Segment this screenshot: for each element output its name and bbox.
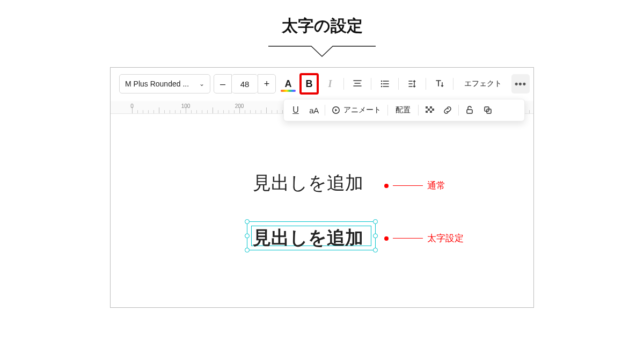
toolbar-separator [426, 78, 426, 90]
ruler-label: 200 [235, 103, 244, 109]
svg-rect-6 [428, 109, 430, 111]
popover-separator [325, 105, 325, 116]
placement-label-text: 配置 [396, 106, 411, 114]
underline-glyph: U [292, 105, 299, 115]
ruler-label: 0 [130, 103, 134, 109]
rainbow-underline-icon [281, 90, 296, 92]
selection-handle[interactable] [245, 234, 250, 239]
svg-point-2 [381, 86, 382, 87]
svg-point-0 [381, 81, 382, 82]
more-dots-icon: ••• [515, 78, 526, 90]
annotation-dot-icon [384, 236, 389, 241]
font-family-select[interactable]: M Plus Rounded ... ⌄ [119, 74, 210, 93]
effect-label: エフェクト [464, 79, 502, 89]
font-family-label: M Plus Rounded ... [125, 80, 189, 88]
bold-glyph: B [306, 78, 313, 90]
svg-rect-9 [430, 111, 432, 113]
chevron-down-icon: ⌄ [199, 80, 204, 88]
animate-icon [332, 106, 340, 114]
bold-button[interactable]: B [299, 73, 319, 95]
increase-size-button[interactable]: + [258, 74, 276, 93]
normal-text-sample[interactable]: 見出しを追加 [253, 171, 363, 196]
annotation-dot-icon [384, 184, 389, 188]
annotation-bold-label: 太字設定 [427, 232, 464, 244]
bold-text-sample[interactable]: 見出しを追加 [251, 226, 365, 250]
more-button[interactable]: ••• [511, 74, 530, 93]
toolbar-separator [371, 78, 371, 90]
selection-handle[interactable] [373, 234, 378, 239]
annotation-normal-label: 通常 [427, 179, 445, 192]
link-icon [443, 105, 452, 115]
underline-button[interactable]: U [287, 102, 304, 119]
toolbar-separator [453, 78, 453, 90]
popover-separator [387, 105, 388, 116]
expanded-options-popover: U aA アニメート 配置 [283, 99, 525, 121]
align-button[interactable] [348, 74, 367, 93]
toolbar-separator [343, 78, 344, 90]
placement-button[interactable]: 配置 [390, 105, 416, 115]
link-button[interactable] [439, 102, 456, 119]
list-button[interactable] [376, 74, 394, 93]
copy-button[interactable] [479, 102, 496, 119]
selection-handle[interactable] [373, 248, 378, 253]
svg-rect-8 [426, 111, 428, 113]
decrease-size-button[interactable]: – [214, 74, 232, 93]
annotation-line [393, 238, 423, 239]
copy-icon [483, 105, 493, 115]
selection-handle[interactable] [245, 248, 250, 253]
text-color-button[interactable]: A [279, 74, 297, 93]
italic-button[interactable]: I [321, 74, 339, 93]
lock-open-icon [465, 105, 474, 115]
popover-separator [418, 105, 419, 116]
selection-handle[interactable] [373, 219, 378, 224]
popover-separator [458, 105, 459, 116]
pointer-separator [0, 45, 644, 59]
letter-case-button[interactable]: aA [305, 102, 323, 119]
annotation-normal: 通常 [384, 179, 445, 192]
ruler-label: 100 [181, 103, 191, 109]
line-spacing-icon [407, 79, 417, 89]
animate-button[interactable]: アニメート [327, 105, 385, 115]
editor-frame: M Plus Rounded ... ⌄ – 48 + A B I [110, 67, 534, 308]
list-icon [380, 79, 390, 89]
align-center-icon [353, 79, 362, 89]
effect-button[interactable]: エフェクト [458, 74, 508, 93]
lock-button[interactable] [461, 102, 478, 119]
selection-handle[interactable] [245, 219, 250, 224]
font-size-value[interactable]: 48 [232, 74, 258, 93]
toolbar-separator [398, 78, 399, 90]
case-glyph: aA [309, 106, 318, 115]
svg-rect-7 [432, 109, 434, 111]
vertical-text-button[interactable] [430, 74, 449, 93]
animate-label-text: アニメート [343, 105, 381, 115]
text-toolbar: M Plus Rounded ... ⌄ – 48 + A B I [119, 74, 530, 93]
font-size-stepper: – 48 + [214, 74, 276, 93]
vertical-text-icon [435, 79, 444, 89]
spacing-button[interactable] [403, 74, 421, 93]
svg-rect-5 [430, 106, 432, 109]
svg-point-1 [381, 83, 382, 84]
transparency-icon [425, 105, 434, 115]
text-color-glyph: A [285, 78, 292, 90]
diagram-title: 太字の設定 [0, 15, 644, 37]
italic-glyph: I [328, 78, 332, 90]
svg-rect-10 [467, 110, 472, 113]
transparency-button[interactable] [421, 102, 438, 119]
annotation-bold: 太字設定 [384, 232, 464, 244]
annotation-line [393, 185, 423, 186]
svg-rect-4 [426, 106, 428, 109]
